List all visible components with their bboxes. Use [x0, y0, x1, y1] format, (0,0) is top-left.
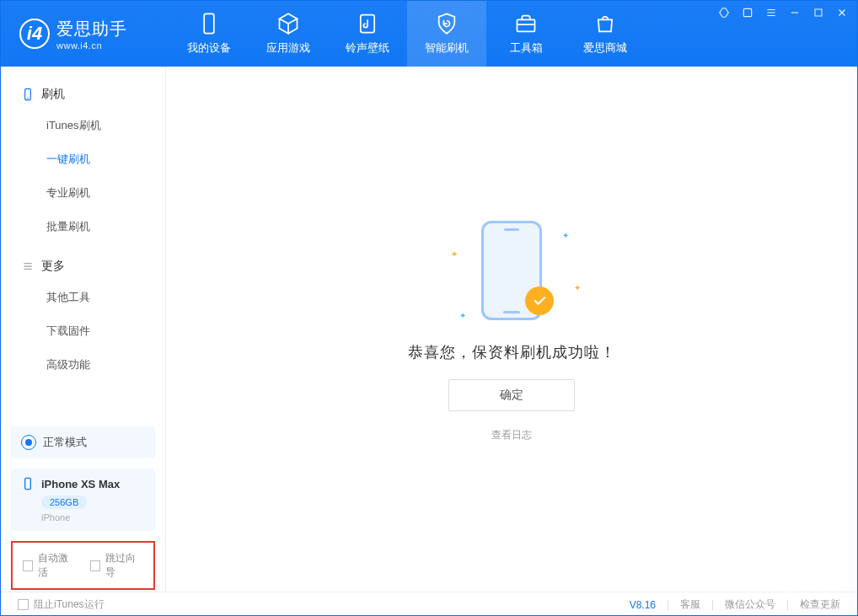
phone-icon: [21, 88, 35, 101]
sidebar-item-oneclick-flash[interactable]: 一键刷机: [1, 142, 165, 176]
svg-rect-3: [743, 8, 751, 16]
sidebar-group-flash: 刷机: [1, 80, 165, 109]
main-content: ✦✦✦✦ 恭喜您，保资料刷机成功啦！ 确定 查看日志: [166, 67, 857, 592]
device-capacity: 256GB: [41, 495, 87, 509]
checkbox-skip-guide[interactable]: 跳过向导: [90, 551, 144, 580]
device-card[interactable]: iPhone XS Max 256GB iPhone: [11, 469, 155, 531]
device-icon: [21, 477, 35, 490]
downloads-button[interactable]: [776, 578, 802, 603]
sidebar-item-download-firmware[interactable]: 下载固件: [1, 314, 165, 348]
svg-point-5: [823, 587, 828, 591]
tab-toolbox[interactable]: 工具箱: [486, 1, 566, 67]
status-bar: 阻止iTunes运行 V8.16 客服 微信公众号 检查更新: [1, 592, 857, 616]
logo-icon: i4: [19, 19, 50, 49]
sidebar-item-batch-flash[interactable]: 批量刷机: [1, 210, 165, 244]
tab-apps-games[interactable]: 应用游戏: [249, 1, 328, 67]
app-url: www.i4.cn: [56, 40, 127, 51]
toolbox-icon: [514, 12, 538, 35]
svg-rect-4: [815, 9, 822, 16]
phone-icon: [197, 12, 221, 35]
tab-ringtones[interactable]: 铃声壁纸: [328, 1, 407, 67]
sidebar-item-itunes-flash[interactable]: iTunes刷机: [1, 109, 165, 142]
sidebar-group-more: 更多: [1, 252, 165, 281]
tab-store[interactable]: 爱思商城: [566, 1, 645, 67]
success-illustration: ✦✦✦✦: [436, 216, 587, 325]
sidebar-item-other-tools[interactable]: 其他工具: [1, 281, 165, 314]
maximize-button[interactable]: [812, 6, 825, 19]
sidebar-item-pro-flash[interactable]: 专业刷机: [1, 176, 165, 210]
version-label[interactable]: V8.16: [630, 599, 656, 611]
sidebar-item-advanced[interactable]: 高级功能: [1, 348, 165, 382]
title-bar: i4 爱思助手 www.i4.cn 我的设备 应用游戏 铃声壁纸 智能刷机 工具…: [1, 1, 857, 67]
checkbox-auto-activate[interactable]: 自动激活: [23, 551, 77, 580]
support-link[interactable]: 客服: [680, 597, 700, 612]
svg-rect-7: [25, 478, 31, 489]
flash-options-highlighted: 自动激活 跳过向导: [11, 541, 155, 590]
feedback-icon[interactable]: [741, 6, 754, 19]
app-name: 爱思助手: [56, 18, 127, 40]
check-badge-icon: [525, 287, 554, 315]
cube-icon: [276, 12, 300, 35]
mode-status-icon: [21, 435, 36, 450]
close-button[interactable]: [835, 6, 849, 19]
device-type: iPhone: [41, 512, 145, 522]
checkbox-block-itunes[interactable]: 阻止iTunes运行: [18, 597, 105, 612]
window-controls: [717, 6, 849, 19]
view-log-link[interactable]: 查看日志: [491, 428, 532, 442]
music-file-icon: [356, 12, 379, 35]
account-button[interactable]: [813, 578, 839, 603]
sidebar: 刷机 iTunes刷机 一键刷机 专业刷机 批量刷机 更多 其他工具 下载固件 …: [1, 67, 166, 592]
app-logo: i4 爱思助手 www.i4.cn: [19, 18, 169, 51]
ok-button[interactable]: 确定: [448, 379, 575, 411]
tab-my-device[interactable]: 我的设备: [169, 1, 249, 67]
tab-smart-flash[interactable]: 智能刷机: [407, 1, 486, 67]
device-mode-card[interactable]: 正常模式: [11, 426, 155, 458]
list-icon: [21, 260, 35, 273]
bag-icon: [593, 12, 617, 35]
menu-icon[interactable]: [764, 6, 778, 19]
header-right-buttons: [776, 578, 839, 603]
theme-icon[interactable]: [717, 6, 731, 19]
minimize-button[interactable]: [788, 6, 802, 19]
success-message: 恭喜您，保资料刷机成功啦！: [408, 342, 616, 362]
wechat-link[interactable]: 微信公众号: [725, 597, 775, 612]
main-tabs: 我的设备 应用游戏 铃声壁纸 智能刷机 工具箱 爱思商城: [169, 1, 645, 67]
shield-refresh-icon: [435, 12, 458, 35]
svg-rect-0: [204, 13, 214, 33]
svg-rect-2: [517, 19, 535, 31]
